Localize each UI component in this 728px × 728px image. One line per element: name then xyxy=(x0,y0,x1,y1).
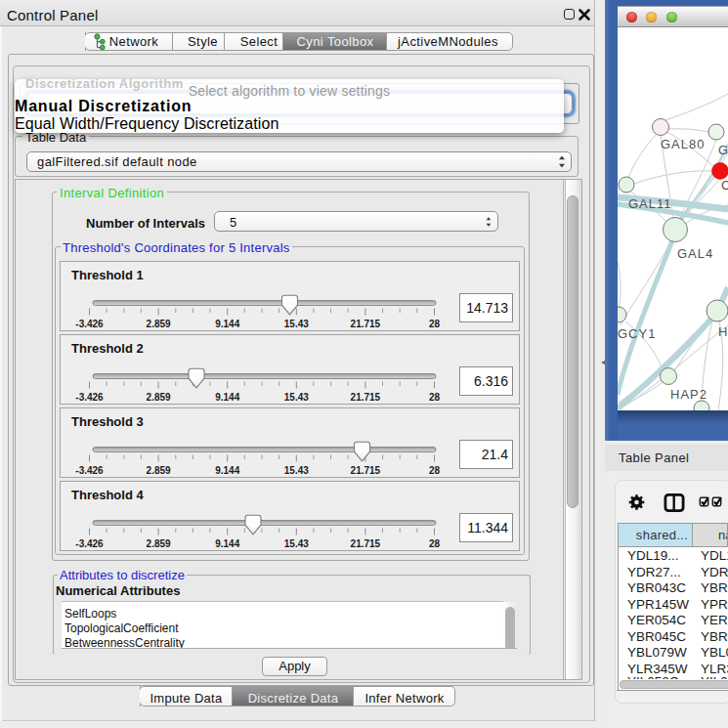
svg-text:28: 28 xyxy=(429,538,441,549)
svg-text:15.43: 15.43 xyxy=(284,538,309,549)
svg-text:GAL80: GAL80 xyxy=(661,137,705,151)
svg-text:21.715: 21.715 xyxy=(351,465,381,476)
svg-text:21.715: 21.715 xyxy=(351,538,381,549)
svg-text:9.144: 9.144 xyxy=(215,319,239,329)
svg-text:9.144: 9.144 xyxy=(215,392,239,403)
svg-text:GAL11: GAL11 xyxy=(628,196,672,211)
svg-text:2.859: 2.859 xyxy=(147,319,171,329)
svg-text:21.715: 21.715 xyxy=(351,319,381,329)
svg-text:GAL4: GAL4 xyxy=(677,246,713,261)
svg-text:2.859: 2.859 xyxy=(147,538,171,549)
svg-text:28: 28 xyxy=(429,465,441,476)
svg-text:-3.426: -3.426 xyxy=(75,538,104,549)
svg-text:C: C xyxy=(721,178,728,193)
svg-text:21.715: 21.715 xyxy=(351,392,381,403)
svg-text:2.859: 2.859 xyxy=(147,465,171,476)
svg-text:-3.426: -3.426 xyxy=(75,319,104,329)
svg-text:28: 28 xyxy=(429,392,441,403)
svg-text:15.43: 15.43 xyxy=(284,319,309,329)
svg-text:H: H xyxy=(718,324,728,339)
svg-text:15.43: 15.43 xyxy=(284,465,309,476)
svg-text:9.144: 9.144 xyxy=(215,538,239,549)
svg-text:2.859: 2.859 xyxy=(147,392,171,403)
svg-text:HAP2: HAP2 xyxy=(670,387,707,402)
svg-text:GA: GA xyxy=(718,143,728,157)
svg-text:9.144: 9.144 xyxy=(215,465,239,476)
svg-text:-3.426: -3.426 xyxy=(75,465,104,476)
svg-text:28: 28 xyxy=(429,319,441,329)
svg-text:GCY1: GCY1 xyxy=(618,326,656,341)
svg-text:-3.426: -3.426 xyxy=(75,392,104,403)
svg-text:15.43: 15.43 xyxy=(284,392,309,403)
